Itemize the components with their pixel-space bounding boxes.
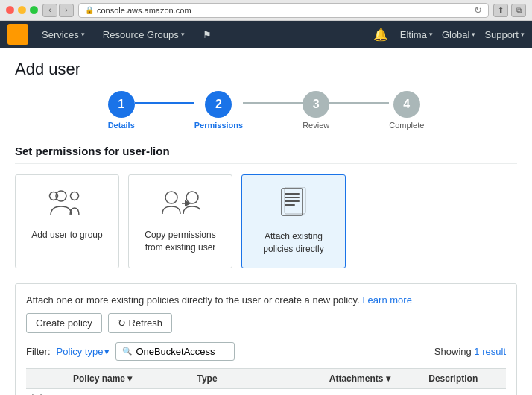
svg-rect-10 [285,204,295,206]
step-4-label: Complete [389,121,424,130]
main-content: Add user 1 Details 2 Permissions 3 Revie… [0,48,532,395]
policy-table: Policy name ▾ Type Attachments ▾ Descrip… [26,368,506,395]
svg-point-5 [186,192,198,203]
traffic-lights [6,6,38,14]
bookmark-nav[interactable]: ⚑ [198,26,216,43]
policy-section: Attach one or more existing policies dir… [15,283,517,395]
table-header-expand [48,368,67,388]
svg-rect-7 [285,193,300,195]
step-3-circle: 3 [303,91,329,118]
global-chevron-icon: ▾ [472,31,475,38]
connector-2-3 [243,102,303,104]
create-policy-button[interactable]: Create policy [26,313,102,333]
services-nav[interactable]: Services ▾ [37,26,89,43]
copy-icon [161,187,200,223]
refresh-button[interactable]: ↻ Refresh [108,313,172,333]
table-row: ▶ OneBucketAccess Customer managed 2 [26,388,506,395]
row-type-cell: Customer managed [191,388,323,395]
lock-icon: 🔒 [85,6,94,14]
attachments-sort-icon: ▾ [386,373,390,384]
row-expand-cell[interactable]: ▶ [48,388,67,395]
filter-search-input[interactable]: 🔍 OneBucketAccess [115,342,235,361]
svg-point-3 [50,192,58,200]
step-4: 4 Complete [389,91,424,130]
row-checkbox-cell [26,388,48,395]
filter-label: Filter: [26,346,51,357]
aws-logo [7,24,28,45]
back-button[interactable]: ‹ [42,4,57,17]
step-1: 1 Details [108,91,135,130]
sort-icon: ▾ [127,373,132,384]
services-chevron-icon: ▾ [81,31,85,38]
add-to-group-card[interactable]: Add user to group [15,174,119,268]
address-bar[interactable]: 🔒 console.aws.amazon.com ↻ [78,3,489,18]
svg-rect-9 [285,200,300,202]
step-4-circle: 4 [393,91,420,118]
svg-point-2 [71,192,79,200]
row-policy-name-cell: OneBucketAccess [67,388,191,395]
table-header-attachments[interactable]: Attachments ▾ [323,368,423,388]
browser-actions: ⬆ ⧉ [493,4,526,17]
row-attachments-cell: 2 [323,388,423,395]
step-2: 2 Permissions [194,91,243,130]
table-header-policy-name[interactable]: Policy name ▾ [67,368,191,388]
duplicate-button[interactable]: ⧉ [511,4,526,17]
showing-label: Showing 1 result [434,346,506,357]
user-chevron-icon: ▾ [429,31,433,38]
policies-icon [274,187,313,224]
user-nav[interactable]: Eltima ▾ [400,29,433,40]
add-to-group-label: Add user to group [31,229,102,241]
nav-buttons: ‹ › [42,4,74,17]
learn-more-link[interactable]: Learn more [362,294,411,306]
section-header: Set permissions for user-lion [15,145,517,164]
step-3-label: Review [303,121,329,130]
group-icon [48,187,86,223]
row-description-cell [422,388,506,395]
connector-3-4 [329,102,389,104]
attach-policies-label: Attach existing policies directly [251,230,336,256]
search-icon: 🔍 [122,347,133,356]
step-2-circle: 2 [205,91,232,118]
svg-point-4 [165,192,177,203]
attach-policies-card[interactable]: Attach existing policies directly [241,174,346,268]
forward-button[interactable]: › [59,4,74,17]
filter-row: Filter: Policy type ▾ 🔍 OneBucketAccess … [26,342,506,361]
step-1-circle: 1 [108,91,135,118]
resource-groups-nav[interactable]: Resource Groups ▾ [98,26,189,43]
connector-1-2 [135,102,194,104]
aws-topnav: Services ▾ Resource Groups ▾ ⚑ 🔔 Eltima … [0,21,532,48]
table-header-check [26,368,48,388]
bookmark-icon: ⚑ [203,29,212,40]
copy-permissions-label: Copy permissions from existing user [138,229,223,254]
url-text: console.aws.amazon.com [97,6,191,15]
share-button[interactable]: ⬆ [493,4,508,17]
step-2-label: Permissions [194,121,243,130]
policy-info: Attach one or more existing policies dir… [26,294,506,306]
browser-chrome: ‹ › 🔒 console.aws.amazon.com ↻ ⬆ ⧉ [0,0,532,21]
bell-icon[interactable]: 🔔 [370,25,391,45]
table-header-description: Description [422,368,506,388]
showing-count: 1 result [474,346,506,357]
table-header-type: Type [191,368,323,388]
resource-groups-chevron-icon: ▾ [181,31,185,38]
support-chevron-icon: ▾ [521,31,525,38]
support-nav[interactable]: Support ▾ [484,29,525,40]
stepper: 1 Details 2 Permissions 3 Review 4 Compl… [15,91,517,130]
svg-marker-0 [11,28,25,40]
filter-chevron-icon: ▾ [104,346,110,357]
filter-value: OneBucketAccess [136,346,215,357]
maximize-traffic-light[interactable] [30,6,38,14]
table-header-row: Policy name ▾ Type Attachments ▾ Descrip… [26,368,506,388]
minimize-traffic-light[interactable] [18,6,26,14]
reload-icon[interactable]: ↻ [474,4,482,16]
global-nav[interactable]: Global ▾ [442,29,476,40]
copy-permissions-card[interactable]: Copy permissions from existing user [128,174,232,268]
page-title: Add user [15,60,517,79]
svg-rect-8 [285,197,300,198]
close-traffic-light[interactable] [6,6,14,14]
filter-type-dropdown[interactable]: Policy type ▾ [57,346,110,357]
permission-cards: Add user to group Copy permissions from … [15,174,517,268]
step-1-label: Details [108,121,135,130]
policy-actions: Create policy ↻ Refresh [26,313,506,333]
step-3: 3 Review [303,91,329,130]
